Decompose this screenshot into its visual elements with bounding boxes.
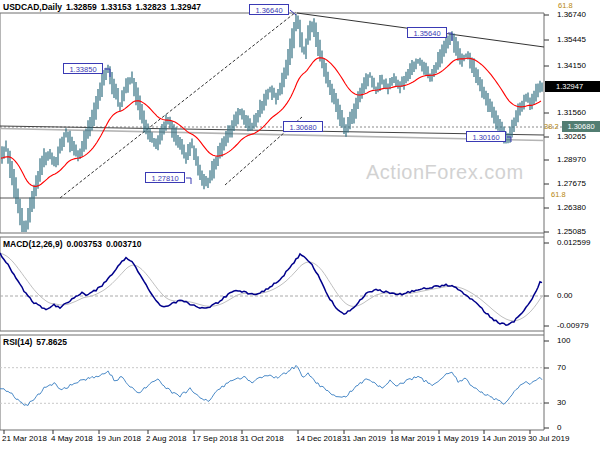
date-label: 19 Jun 2018 xyxy=(97,434,141,443)
panel-separator-macd[interactable] xyxy=(0,233,544,238)
macd-axis-label: -0.00979 xyxy=(557,321,589,330)
price-axis-label: 1.31560 xyxy=(557,108,586,117)
macd-main-line xyxy=(0,253,542,325)
price-axis-label: 1.28970 xyxy=(557,155,586,164)
annotation-connector xyxy=(104,69,110,77)
annotation-connector xyxy=(186,178,191,184)
ohlc-open: 1.32859 xyxy=(66,2,97,12)
rsi-indicator-label: RSI(14)57.8625 xyxy=(3,337,71,347)
fib-61-8-lower-label: 61.8 xyxy=(551,190,566,199)
rsi-axis-label: 30 xyxy=(557,398,566,407)
ohlc-close: 1.32947 xyxy=(170,2,201,12)
price-axis-label: 1.35445 xyxy=(557,35,586,44)
price-axis-label: 1.25085 xyxy=(557,227,586,236)
level-price-tag: 1.30680 xyxy=(562,121,600,132)
price-annotation-tag[interactable]: 1.30680 xyxy=(283,121,323,132)
price-axis-label: 1.30265 xyxy=(557,132,586,141)
price-annotation-tag[interactable]: 1.27810 xyxy=(145,172,185,183)
ohlc-high: 1.33153 xyxy=(101,2,132,12)
symbol-timeframe: USDCAD,Daily xyxy=(3,2,62,12)
date-label: 14 Dec 2018 xyxy=(296,434,341,443)
date-label: 18 Mar 2019 xyxy=(390,434,435,443)
macd-indicator-label: MACD(12,26,9)0.0037530.003710 xyxy=(3,239,145,249)
date-label: 4 May 2018 xyxy=(51,434,93,443)
price-annotation-tag[interactable]: 1.33850 xyxy=(63,63,103,74)
panel-separator-rsi[interactable] xyxy=(0,331,544,336)
price-annotation-tag[interactable]: 1.36640 xyxy=(249,4,289,15)
price-axis-label: 1.34150 xyxy=(557,61,586,70)
price-axis-label: 1.36740 xyxy=(557,10,586,19)
rsi-name: RSI(14) xyxy=(3,337,32,347)
date-label: 17 Sep 2018 xyxy=(192,434,237,443)
macd-main-value: 0.003753 xyxy=(67,239,102,249)
macd-name: MACD(12,26,9) xyxy=(3,239,63,249)
price-annotation-tag[interactable]: 1.30160 xyxy=(466,131,506,142)
rsi-axis-label: 0 xyxy=(557,423,561,432)
date-label: 30 Jul 2019 xyxy=(528,434,569,443)
price-axis-label: 1.27675 xyxy=(557,179,586,188)
chart-window: USDCAD,Daily1.328591.331531.328231.32947… xyxy=(0,0,600,450)
fib-38-2-label: 38.2 xyxy=(544,122,559,131)
date-label: 14 Jun 2019 xyxy=(482,434,526,443)
rsi-axis-label: 100 xyxy=(557,336,570,345)
date-label: 31 Jan 2019 xyxy=(342,434,386,443)
price-axis-label: 1.26380 xyxy=(557,203,586,212)
ohlc-low: 1.32823 xyxy=(136,2,167,12)
date-label: 1 May 2019 xyxy=(437,434,479,443)
macd-axis-label: 0.00 xyxy=(557,291,573,300)
date-label: 21 Mar 2018 xyxy=(2,434,47,443)
current-price-tag: 1.32947 xyxy=(545,81,600,92)
macd-axis-label: 0.012599 xyxy=(557,238,590,247)
date-label: 2 Aug 2018 xyxy=(146,434,186,443)
rsi-line xyxy=(0,365,542,405)
macd-signal-value: 0.003710 xyxy=(106,239,141,249)
date-label: 31 Oct 2018 xyxy=(240,434,284,443)
price-axis[interactable] xyxy=(544,13,600,430)
chart-title: USDCAD,Daily1.328591.331531.328231.32947 xyxy=(3,2,205,12)
rsi-axis-label: 70 xyxy=(557,363,566,372)
fib-61-8-top-label: 61.8 xyxy=(558,1,573,10)
price-annotation-tag[interactable]: 1.35640 xyxy=(407,27,447,38)
moving-average-line xyxy=(1,58,541,187)
rsi-value: 57.8625 xyxy=(36,337,67,347)
